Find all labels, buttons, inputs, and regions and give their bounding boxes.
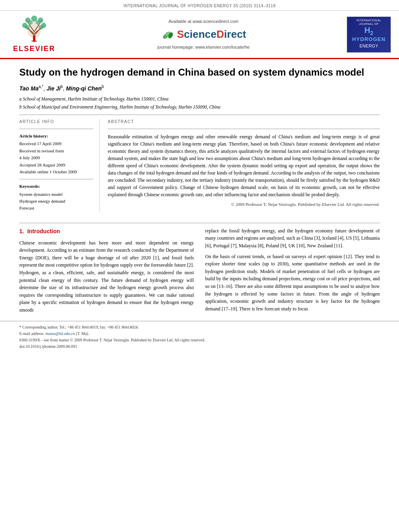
cover-hydrogen-text: HYDROGEN — [352, 36, 385, 43]
journal-header: INTERNATIONAL JOURNAL OF HYDROGEN ENERGY… — [0, 0, 399, 11]
intro-para1: Chinese economic development has been mo… — [19, 239, 194, 314]
intro-section-title: 1.Introduction — [19, 227, 194, 236]
keyword-2: Hydrogen energy demand — [19, 198, 93, 204]
article-title: Study on the hydrogen demand in China ba… — [19, 66, 380, 78]
elsevier-brand-name: ELSEVIER — [13, 44, 55, 54]
accepted-date: Accepted 28 August 2009 — [19, 162, 93, 168]
history-label: Article history: — [19, 133, 93, 139]
sciencedirect-logo: ScienceDirect — [161, 27, 246, 41]
intro-section-num: 1. — [19, 228, 24, 234]
authors-line: Tao Maa,*, Jie Jib, Ming-qi Chenb — [19, 84, 380, 92]
available-at-text: Available at www.sciencedirect.com — [169, 18, 239, 25]
sciencedirect-text: ScienceDirect — [177, 27, 246, 41]
author1-name: Tao Ma — [19, 85, 39, 92]
affil-a: a School of Management, Harbin Institute… — [19, 96, 380, 103]
revised-date: 4 July 2009 — [19, 155, 93, 161]
intro-left-col: 1.Introduction Chinese economic developm… — [19, 227, 194, 317]
keywords-label: Keywords: — [19, 183, 93, 189]
abstract-col: ABSTRACT Reasonable estimation of hydrog… — [108, 119, 380, 212]
footer: * Corresponding author. Tel.: +86 451 86… — [0, 321, 399, 349]
keyword-3: Forecast — [19, 205, 93, 211]
affil-b: b School of Municipal and Environment En… — [19, 104, 380, 111]
revised-label: Received in revised form — [19, 148, 93, 154]
received-date: Received 17 April 2009 — [19, 141, 93, 147]
article-info-abstract: ARTICLE INFO Article history: Received 1… — [0, 119, 399, 212]
email-who-text: (T. Ma). — [76, 331, 89, 336]
affiliations: a School of Management, Harbin Institute… — [19, 96, 380, 111]
top-banner: Figure ELSEVIER Available at www.science… — [0, 11, 399, 59]
divider-5 — [19, 223, 380, 223]
author2-sup: b — [61, 84, 63, 89]
body-section: 1.Introduction Chinese economic developm… — [0, 212, 399, 317]
cover-energy-text: ENERGY — [360, 43, 378, 49]
article-section: Study on the hydrogen demand in China ba… — [0, 59, 399, 115]
elsevier-tree-icon: Figure — [16, 15, 52, 43]
article-info-label: ARTICLE INFO — [19, 119, 93, 125]
cover-h2-icon: H2 — [364, 26, 373, 36]
author3-name: Ming-qi Chen — [66, 85, 102, 92]
intro-para1-right: replace the fossil hydrogen energy, and … — [205, 227, 380, 250]
sciencedirect-leaves-icon — [161, 27, 175, 42]
svg-point-14 — [25, 25, 30, 29]
corresponding-author-text: * Corresponding author. Tel.: +86 451 86… — [19, 325, 139, 329]
svg-point-15 — [28, 20, 33, 25]
article-info-col: ARTICLE INFO Article history: Received 1… — [19, 119, 100, 212]
abstract-label: ABSTRACT — [108, 119, 380, 125]
cover-ij-text: INTERNATIONAL JOURNAL OF — [349, 18, 389, 27]
divider-3 — [19, 179, 93, 179]
journal-header-text: INTERNATIONAL JOURNAL OF HYDROGEN ENERGY… — [123, 4, 276, 8]
svg-point-13 — [39, 25, 43, 29]
corresponding-author-line: * Corresponding author. Tel.: +86 451 86… — [19, 325, 380, 330]
svg-point-10 — [31, 16, 37, 22]
copyright-text: © 2009 Professor T. Nejat Veziroglu. Pub… — [108, 201, 380, 207]
divider-1 — [19, 115, 380, 115]
intro-right-col: replace the fossil hydrogen energy, and … — [205, 227, 380, 317]
intro-title-text: Introduction — [27, 228, 60, 234]
svg-point-16 — [36, 20, 40, 25]
elsevier-logo: Figure ELSEVIER — [8, 15, 60, 54]
author3-sup: b — [102, 84, 104, 89]
doi-line: doi:10.1016/j.ijhydene.2009.08.093 — [19, 344, 380, 349]
intro-para2-right: On the basis of current trends, or based… — [205, 253, 380, 313]
svg-text:Figure: Figure — [32, 40, 37, 42]
divider-4 — [108, 129, 380, 129]
journal-cover: INTERNATIONAL JOURNAL OF H2 HYDROGEN ENE… — [347, 16, 391, 53]
page: INTERNATIONAL JOURNAL OF HYDROGEN ENERGY… — [0, 0, 399, 532]
intro-two-col: 1.Introduction Chinese economic developm… — [19, 227, 380, 317]
email-address: matao@hit.edu.cn — [45, 331, 75, 336]
email-label-text: E-mail address: — [19, 331, 44, 336]
center-info: Available at www.sciencedirect.com Scien… — [60, 18, 347, 50]
issn-line: 0360-3199/$ – see front matter © 2009 Pr… — [19, 337, 380, 343]
author1-sup: a,* — [39, 84, 43, 89]
keyword-1: System dynamics model — [19, 191, 93, 197]
email-line: E-mail address: matao@hit.edu.cn (T. Ma)… — [19, 331, 380, 337]
divider-2 — [19, 129, 93, 129]
online-date: Available online 1 October 2009 — [19, 169, 93, 175]
abstract-text: Reasonable estimation of hydrogen energy… — [108, 133, 380, 198]
journal-homepage-text: journal homepage: www.elsevier.com/locat… — [157, 44, 249, 50]
author2-name: Jie Ji — [47, 85, 61, 92]
